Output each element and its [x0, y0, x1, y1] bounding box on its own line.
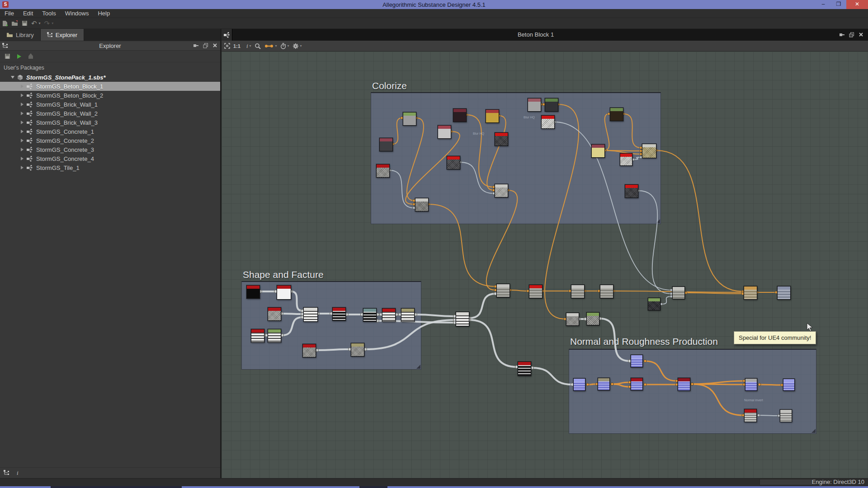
timer-icon[interactable]: [280, 43, 286, 49]
tree-icon[interactable]: [4, 470, 9, 476]
tree-item-stormgs_concrete_2[interactable]: StormGS_Concrete_2: [0, 136, 220, 145]
expander-open-icon[interactable]: [11, 76, 14, 79]
expander-closed-icon[interactable]: [21, 94, 24, 97]
graph-node[interactable]: [545, 98, 558, 112]
connection-dropdown-icon[interactable]: ▾: [275, 44, 277, 48]
info-dropdown-icon[interactable]: ▾: [250, 44, 251, 48]
expander-closed-icon[interactable]: [21, 166, 24, 169]
expander-closed-icon[interactable]: [21, 130, 24, 133]
graph-node[interactable]: [631, 378, 643, 390]
graph-node[interactable]: [744, 409, 757, 422]
graph-node[interactable]: [745, 378, 757, 391]
tree-item-stormgs_tile_1[interactable]: StormGS_Tile_1: [0, 163, 220, 172]
tree-item-stormgs_brick_wall_1[interactable]: StormGS_Brick_Wall_1: [0, 100, 220, 109]
graph-node[interactable]: [586, 312, 599, 325]
tree-item-package[interactable]: StormGS_StonePack_1.sbs*: [0, 73, 220, 82]
zoom-icon[interactable]: [255, 43, 261, 49]
tab-library[interactable]: Library: [0, 29, 41, 41]
graph-node[interactable]: [777, 286, 791, 300]
graph-node[interactable]: [376, 164, 390, 178]
open-package-icon[interactable]: [11, 20, 18, 26]
graph-node[interactable]: [496, 284, 510, 297]
save-icon[interactable]: [5, 53, 10, 59]
graph-node[interactable]: [591, 144, 605, 158]
fit-view-icon[interactable]: [224, 43, 230, 49]
zoom-1-1-button[interactable]: 1:1: [233, 43, 241, 49]
float-icon[interactable]: [203, 43, 208, 48]
graph-node[interactable]: [600, 285, 613, 298]
graph-node[interactable]: [453, 108, 467, 122]
tree-item-stormgs_brick_wall_3[interactable]: StormGS_Brick_Wall_3: [0, 118, 220, 127]
close-icon[interactable]: [859, 32, 863, 38]
pin-icon[interactable]: [193, 43, 199, 48]
graph-node[interactable]: [415, 198, 429, 211]
graph-node[interactable]: [610, 108, 623, 121]
tab-explorer[interactable]: Explorer: [41, 29, 84, 41]
graph-node[interactable]: [620, 153, 632, 166]
timer-dropdown-icon[interactable]: ▾: [288, 44, 289, 48]
minimize-button[interactable]: –: [816, 0, 831, 9]
menu-windows[interactable]: Windows: [61, 9, 94, 18]
graph-dock-icon[interactable]: [222, 29, 232, 41]
menu-tools[interactable]: Tools: [38, 9, 60, 18]
graph-node[interactable]: [486, 109, 499, 123]
play-icon[interactable]: [16, 54, 22, 59]
windows-taskbar[interactable]: [0, 486, 868, 488]
graph-node[interactable]: [541, 115, 555, 129]
tree-item-stormgs_concrete_1[interactable]: StormGS_Concrete_1: [0, 127, 220, 136]
graph-node[interactable]: [268, 329, 281, 343]
graph-node[interactable]: [495, 184, 508, 197]
graph-node[interactable]: [351, 343, 364, 357]
close-button[interactable]: ✕: [846, 0, 868, 9]
expander-closed-icon[interactable]: [21, 103, 24, 106]
undo-icon[interactable]: ↶: [31, 19, 37, 28]
new-package-icon[interactable]: [2, 20, 8, 27]
export-icon[interactable]: [28, 53, 34, 59]
expander-closed-icon[interactable]: [21, 139, 24, 142]
tree-item-stormgs_brick_wall_2[interactable]: StormGS_Brick_Wall_2: [0, 109, 220, 118]
graph-node[interactable]: [495, 132, 508, 146]
graph-node[interactable]: [277, 285, 291, 300]
graph-tab[interactable]: Beton Block 1: [232, 29, 839, 41]
graph-node[interactable]: [438, 125, 451, 139]
save-all-icon[interactable]: [22, 20, 28, 26]
graph-node[interactable]: [447, 156, 460, 169]
redo-dropdown-icon[interactable]: ▾: [52, 21, 53, 25]
tree-item-stormgs_beton_block_1[interactable]: StormGS_Beton_Block_1: [0, 82, 220, 91]
graph-node[interactable]: [246, 285, 260, 299]
graph-node[interactable]: [783, 379, 795, 391]
graph-node[interactable]: [780, 409, 792, 422]
redo-icon[interactable]: ↷: [44, 19, 50, 28]
graph-node[interactable]: [456, 312, 469, 326]
graph-node[interactable]: [573, 378, 585, 391]
settings-gear-icon[interactable]: [292, 43, 299, 49]
tree-item-stormgs_concrete_3[interactable]: StormGS_Concrete_3: [0, 145, 220, 154]
graph-node[interactable]: [648, 298, 660, 310]
tree-item-stormgs_beton_block_2[interactable]: StormGS_Beton_Block_2: [0, 91, 220, 100]
graph-node[interactable]: [303, 307, 318, 322]
graph-node[interactable]: [528, 98, 541, 112]
graph-node[interactable]: [631, 355, 643, 367]
expander-closed-icon[interactable]: [21, 84, 24, 88]
graph-node[interactable]: [744, 286, 757, 300]
graph-node[interactable]: [598, 378, 610, 390]
connection-style-icon[interactable]: [264, 44, 274, 48]
graph-node[interactable]: [529, 285, 542, 298]
float-icon[interactable]: [849, 32, 854, 38]
graph-node[interactable]: [251, 329, 264, 343]
pin-icon[interactable]: [839, 32, 845, 38]
graph-node[interactable]: [268, 307, 281, 321]
graph-node[interactable]: [403, 112, 416, 126]
graph-canvas[interactable]: ColorizeShape and FactureNormal and Roug…: [222, 52, 868, 478]
graph-node[interactable]: [642, 144, 656, 158]
graph-node[interactable]: [672, 286, 685, 299]
restore-button[interactable]: ❐: [831, 0, 846, 9]
menu-file[interactable]: File: [0, 9, 19, 18]
graph-node[interactable]: [379, 138, 393, 151]
graph-node[interactable]: [625, 184, 638, 198]
graph-node[interactable]: [332, 307, 346, 321]
graph-node[interactable]: [678, 378, 690, 391]
expander-closed-icon[interactable]: [21, 121, 24, 124]
settings-dropdown-icon[interactable]: ▾: [300, 44, 302, 48]
title-bar[interactable]: S Allegorithmic Substance Designer 4.5.1…: [0, 0, 868, 9]
